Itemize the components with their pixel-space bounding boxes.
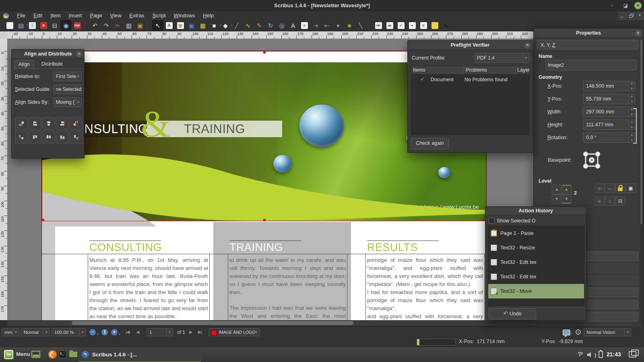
width-spinner[interactable]: 297.000 mm∧∨ (583, 107, 635, 117)
measurements-button[interactable]: ⌖ (333, 20, 343, 31)
zoom-out-button[interactable]: − (89, 329, 96, 335)
firefox-icon[interactable] (48, 350, 57, 359)
properties-scrollbar[interactable] (640, 39, 643, 324)
undo-button[interactable]: ↶ (90, 20, 100, 31)
zoom-100-button[interactable]: 1 (101, 329, 108, 335)
spinner-arrows-icon[interactable]: ∧∨ (628, 94, 635, 104)
horizontal-ruler[interactable]: -20-100102030405060708090100110120130140… (7, 31, 535, 39)
print-document-button[interactable]: ⊟ (50, 20, 60, 31)
insert-bezier-button[interactable]: ∿ (243, 20, 253, 31)
action-history-item[interactable]: Text32 - Edit tex (488, 255, 584, 269)
pdf-list-box-button[interactable]: ≡ (418, 20, 429, 31)
align-dialog-title-bar[interactable]: Align and Distribute (12, 49, 84, 59)
zoom-tool-button[interactable]: ◎ (277, 20, 287, 31)
canvas-horizontal-scrollbar[interactable] (7, 320, 535, 326)
insert-freehand-line-button[interactable]: ✎ (254, 20, 264, 31)
action-history-item[interactable]: Text32 - Edit tex (488, 269, 584, 284)
clock[interactable]: 21:43 (607, 351, 621, 358)
vision-select[interactable]: Normal Vision∨ (584, 328, 631, 336)
spinner-arrows-icon[interactable]: ∧∨ (628, 81, 635, 91)
align-right-button[interactable] (56, 117, 69, 130)
menu-extras[interactable]: Extras (126, 11, 149, 20)
align-bottom-out-button[interactable] (70, 131, 83, 144)
display-settings-icon[interactable] (563, 329, 570, 335)
column-text-frame[interactable]: porridge of maize flour which they said … (365, 254, 485, 320)
menu-view[interactable]: View (106, 11, 126, 20)
insert-table-button[interactable]: ▦ (198, 20, 208, 31)
action-history-list[interactable]: Page 1 - PasteText32 - ResizeText32 - Ed… (488, 226, 584, 306)
mdi-minimize-button[interactable] (619, 12, 626, 20)
menu-item[interactable]: Item (46, 11, 64, 20)
eye-dropper-button[interactable]: ╲ (355, 20, 366, 31)
next-page-button[interactable]: ▶ (189, 329, 192, 335)
align-top-out-button[interactable] (15, 131, 28, 144)
window-minimize-icon[interactable]: − (608, 2, 616, 10)
insert-line-button[interactable]: ╱ (231, 20, 242, 31)
cut-button[interactable]: ✂ (112, 20, 123, 31)
vertical-ruler[interactable]: 0102030405060708090100110120130140150160… (0, 39, 8, 320)
wifi-icon[interactable] (577, 352, 584, 358)
width-height-link-icon[interactable] (633, 108, 637, 144)
properties-close-icon[interactable]: ✕ (635, 30, 641, 36)
menu-help[interactable]: Help (199, 11, 218, 20)
new-document-button[interactable] (4, 20, 15, 31)
paste-button[interactable]: ▣ (135, 20, 145, 31)
pdf-text-field-button[interactable]: ab (384, 20, 395, 31)
insert-render-frame-button[interactable]: ▣ (186, 20, 197, 31)
close-document-button[interactable]: ✕ (38, 20, 49, 31)
preflight-close-icon[interactable]: ✕ (524, 42, 530, 48)
story-editor-button[interactable]: ≡ (299, 20, 310, 31)
flip-vertical-button[interactable]: ↕ (605, 196, 615, 206)
window-maximize-icon[interactable]: ◪ (621, 2, 630, 10)
height-spinner[interactable]: 111.477 mm∧∨ (583, 119, 635, 130)
align-bottom-button[interactable] (56, 131, 69, 144)
quality-select[interactable]: Normal∨ (21, 328, 50, 336)
selection-handle[interactable] (263, 219, 266, 221)
level-to-bottom-button[interactable]: ▼ (561, 194, 572, 204)
window-close-icon[interactable]: ✕ (634, 2, 642, 9)
link-frames-button[interactable]: ⇥ (310, 20, 321, 31)
column-text-frame[interactable]: to drink up all the water in my carafe, … (228, 254, 347, 320)
align-center-v-button[interactable] (42, 131, 55, 144)
level-to-top-button[interactable]: ▲ (561, 185, 572, 194)
x-pos-spinner[interactable]: 148.500 mm∧∨ (583, 81, 635, 91)
export-pdf-button[interactable]: PDF (72, 20, 83, 31)
preview-mode-button[interactable]: ◉ (61, 20, 71, 31)
properties-title-bar[interactable]: Properties (534, 29, 643, 38)
action-history-item[interactable]: Text32 - Resize (488, 241, 584, 255)
copy-button[interactable]: ▥ (124, 20, 134, 31)
properties-scrollbar-handle[interactable] (640, 39, 642, 224)
window-title-bar[interactable]: Scribus 1.4.6 - [Newsletter Wavestyle*] … (0, 0, 644, 12)
pdf-text-annotation-button[interactable] (429, 20, 440, 31)
volume-icon[interactable] (587, 352, 594, 358)
menu-page[interactable]: Page (86, 11, 106, 20)
align-dialog-close-icon[interactable]: ✕ (76, 51, 82, 57)
undo-button[interactable]: ↶ Undo (489, 308, 536, 319)
align-right-out-button[interactable] (70, 117, 83, 130)
first-page-button[interactable]: |◀ (126, 329, 129, 335)
tab-align[interactable]: Align (14, 60, 34, 69)
check-again-button[interactable]: Check again (411, 138, 449, 149)
terminal-icon[interactable]: $_ (59, 350, 67, 358)
basepoint-selector[interactable] (582, 150, 602, 170)
pdf-link-annotation-button[interactable]: ϟ (441, 20, 451, 31)
edit-contents-button[interactable]: A (288, 20, 298, 31)
mint-menu-icon[interactable]: lm (4, 350, 13, 359)
zoom-level-spinner[interactable]: 100.00 %∧ (52, 328, 86, 336)
page-number-select[interactable]: 1∨ (147, 328, 173, 336)
action-history-item[interactable]: Page 1 - Paste (488, 226, 584, 241)
copy-properties-button[interactable]: ∗ (344, 20, 355, 31)
show-desktop-icon[interactable] (31, 351, 40, 358)
action-history-title-bar[interactable]: Action History (485, 207, 586, 215)
pdf-checkbox-button[interactable]: ✓ (396, 20, 406, 31)
zoom-in-button[interactable]: + (111, 329, 118, 335)
selection-handle[interactable] (263, 51, 266, 53)
align-left-button[interactable] (29, 117, 41, 130)
selection-handle[interactable] (42, 219, 44, 221)
y-pos-spinner[interactable]: 55.739 mm∧∨ (583, 94, 635, 104)
previous-page-button[interactable]: ◀ (136, 329, 139, 335)
insert-polygon-button[interactable]: ◆∨ (220, 20, 231, 31)
scrollbar-handle[interactable] (72, 321, 353, 325)
align-center-h-button[interactable] (42, 117, 55, 130)
section-xyz[interactable]: X, Y, Z (537, 40, 638, 49)
